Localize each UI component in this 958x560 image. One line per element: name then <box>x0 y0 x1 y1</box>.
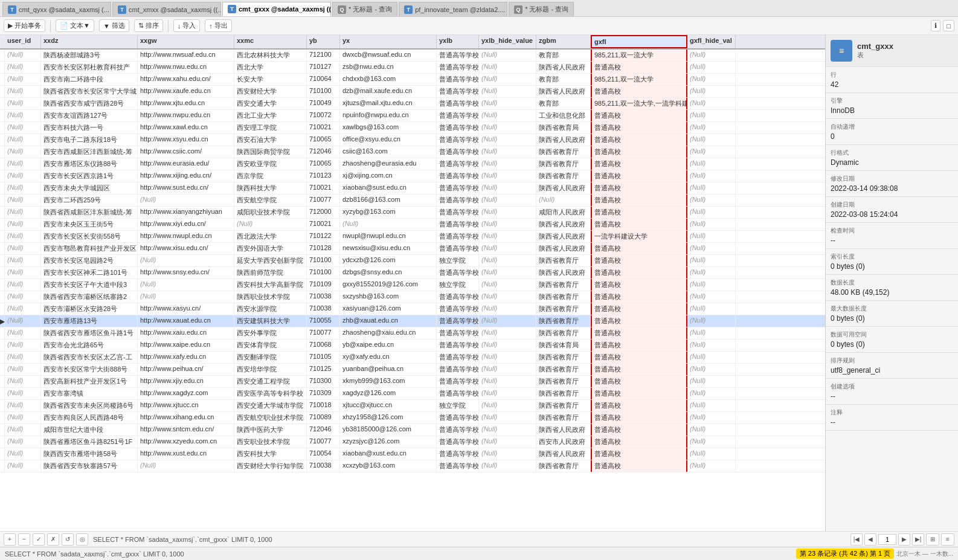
cell-11-yxlb[interactable]: 普通高等学校 <box>437 182 479 194</box>
cell-12-xxdz[interactable]: 西安市二环西259号 <box>41 195 138 206</box>
table-row[interactable]: (Null)陕西省西安市长安区太乙宫-工http://www.xafy.edu.… <box>0 352 825 364</box>
cell-8-yx[interactable]: csiic@163.com <box>340 146 437 158</box>
cell-20-zgbm[interactable]: 陕西省教育厅 <box>536 291 591 303</box>
cell-10-yx[interactable]: xj@xijing.com.cn <box>340 170 437 182</box>
table-area[interactable]: user_idxxdzxxgwxxmcybyxyxlbyxlb_hide_val… <box>0 35 825 531</box>
table-row[interactable]: ▶(Null)西安市雁塔路13号http://www.xauat.edu.cn西… <box>0 315 825 327</box>
cell-19-zgbm[interactable]: 陕西省教育厅 <box>536 279 591 291</box>
cell-11-xxmc[interactable]: 陕西科技大学 <box>234 182 307 194</box>
cell-2-gxfl_hide_val[interactable]: (Null) <box>687 74 736 85</box>
cell-31-yxlb_hide_value[interactable]: (Null) <box>479 424 536 436</box>
cell-7-gxfl[interactable]: 普通高校 <box>591 134 687 146</box>
cell-5-gxfl[interactable]: 普通高校 <box>591 110 687 121</box>
cell-12-gxfl[interactable]: 普通高校 <box>591 195 687 206</box>
cell-30-yx[interactable]: xhzy1958@126.com <box>340 412 437 423</box>
cell-19-user_id[interactable]: (Null) <box>5 279 41 291</box>
cell-9-zgbm[interactable]: 陕西省教育厅 <box>536 158 591 170</box>
more-button[interactable]: ◎ <box>76 533 88 546</box>
cell-16-yxlb_hide_value[interactable]: (Null) <box>479 243 536 254</box>
cell-29-gxfl_hide_val[interactable]: (Null) <box>687 400 736 411</box>
cell-17-yxlb_hide_value[interactable]: (Null) <box>479 255 536 266</box>
cell-4-yx[interactable]: xjtuzs@mail.xjtu.edu.cn <box>340 98 437 109</box>
cell-27-xxgw[interactable]: http://www.xjiy.edu.cn <box>138 376 234 387</box>
cell-16-zgbm[interactable]: 陕西省人民政府 <box>536 243 591 254</box>
cell-30-yxlb_hide_value[interactable]: (Null) <box>479 412 536 423</box>
cell-14-yx[interactable]: (Null) <box>340 219 437 230</box>
cell-10-xxgw[interactable]: http://www.xijing.edu.cn/ <box>138 170 234 182</box>
cell-22-zgbm[interactable]: 陕西省教育厅 <box>536 315 591 327</box>
cell-29-xxdz[interactable]: 陕西省西安市未央区尚稷路6号 <box>41 400 138 411</box>
table-row[interactable]: (Null)西安市西咸新区沣西新城统-筹http://www.csiic.com… <box>0 146 825 158</box>
cell-30-user_id[interactable]: (Null) <box>5 412 41 423</box>
cell-4-gxfl_hide_val[interactable]: (Null) <box>687 98 736 109</box>
cell-33-yb[interactable]: 710054 <box>307 448 340 460</box>
cell-22-yxlb_hide_value[interactable]: (Null) <box>479 315 536 327</box>
table-row[interactable]: (Null)西安市友谊西路127号http://www.nwpu.edu.cn西… <box>0 110 825 122</box>
cell-21-yx[interactable]: xasiyuan@126.com <box>340 303 437 315</box>
cell-15-gxfl_hide_val[interactable]: (Null) <box>687 231 736 242</box>
table-row[interactable]: (Null)西安市雁塔区东仪路88号http://www.eurasia.edu… <box>0 158 825 170</box>
cell-18-user_id[interactable]: (Null) <box>5 267 41 278</box>
cell-31-gxfl[interactable]: 普通高校 <box>591 424 687 436</box>
import-button[interactable]: ↓ 导入 <box>173 19 201 32</box>
cell-32-yx[interactable]: xzyzsjyc@126.com <box>340 436 437 448</box>
cell-24-gxfl_hide_val[interactable]: (Null) <box>687 340 736 351</box>
cell-12-user_id[interactable]: (Null) <box>5 195 41 206</box>
cell-20-xxmc[interactable]: 陕西职业技术学院 <box>234 291 307 303</box>
cell-13-zgbm[interactable]: 咸阳市人民政府 <box>536 207 591 218</box>
cell-33-xxdz[interactable]: 陕西西安市雁塔中路58号 <box>41 448 138 460</box>
cell-27-xxmc[interactable]: 西安交通工程学院 <box>234 376 307 387</box>
table-row[interactable]: (Null)西安市电子二路东段18号http://www.xsyu.edu.cn… <box>0 134 825 146</box>
cell-9-yx[interactable]: zhaosheng@eurasia.edu <box>340 158 437 170</box>
table-row[interactable]: (Null)西安市寨湾镇http://www.xagdyz.com西安医学高等专… <box>0 388 825 400</box>
cell-34-yxlb_hide_value[interactable]: (Null) <box>479 460 536 472</box>
cell-9-gxfl[interactable]: 普通高校 <box>591 158 687 170</box>
cell-7-yx[interactable]: office@xsyu.edu.cn <box>340 134 437 146</box>
table-row[interactable]: (Null)咸阳市世纪大道中段http://www.sntcm.edu.cn/陕… <box>0 424 825 436</box>
cell-5-zgbm[interactable]: 工业和信息化部 <box>536 110 591 121</box>
cell-14-yb[interactable]: 710021 <box>307 219 340 230</box>
cell-6-gxfl[interactable]: 普通高校 <box>591 122 687 134</box>
cell-24-yxlb[interactable]: 普通高等学校 <box>437 340 479 351</box>
cell-22-xxgw[interactable]: http://www.xauat.edu.cn <box>138 315 234 327</box>
cell-17-xxgw[interactable]: (Null) <box>138 255 234 266</box>
cell-8-xxdz[interactable]: 西安市西咸新区沣西新城统-筹 <box>41 146 138 158</box>
table-row[interactable]: (Null)西安市未央区玉王街5号http://www.xiyi.edu.cn/… <box>0 219 825 231</box>
cell-25-xxdz[interactable]: 陕西省西安市长安区太乙宫-工 <box>41 352 138 363</box>
table-row[interactable]: (Null)西安市长安区皂园路2号(Null)延安大学西安创新学院710100y… <box>0 255 825 267</box>
cell-32-xxdz[interactable]: 陕西省雁塔区鱼斗路8251号1F <box>41 436 138 448</box>
cell-10-yb[interactable]: 710123 <box>307 170 340 182</box>
maximize-button[interactable]: □ <box>943 20 954 31</box>
cell-7-zgbm[interactable]: 陕西省人民政府 <box>536 134 591 146</box>
cell-34-yb[interactable]: 710038 <box>307 460 340 472</box>
cell-13-yx[interactable]: xyzybg@163.com <box>340 207 437 218</box>
cell-14-zgbm[interactable]: 陕西省人民政府 <box>536 219 591 230</box>
cell-0-yx[interactable]: dwxcb@nwsuaf.edu.cn <box>340 50 437 61</box>
cell-22-gxfl_hide_val[interactable]: (Null) <box>687 315 736 327</box>
cell-13-yxlb[interactable]: 普通高等学校 <box>437 207 479 218</box>
cell-16-yx[interactable]: newsxisu@xisu.edu.cn <box>340 243 437 254</box>
cell-4-gxfl[interactable]: 985,211,双一流大学,一流学科建设大学 <box>591 98 687 109</box>
cell-34-user_id[interactable]: (Null) <box>5 460 41 472</box>
table-row[interactable]: (Null)西安市阎良区人民西路48号http://www.xihang.edu… <box>0 412 825 424</box>
cell-20-xxgw[interactable]: (Null) <box>138 291 234 303</box>
cell-31-zgbm[interactable]: 陕西省人民政府 <box>536 424 591 436</box>
table-row[interactable]: (Null)陕西省西安市长安区常宁大学城http://www.xaufe.edu… <box>0 86 825 98</box>
cell-4-xxmc[interactable]: 西安交通大学 <box>234 98 307 109</box>
cell-21-yxlb[interactable]: 普通高等学校 <box>437 303 479 315</box>
cell-34-yx[interactable]: xcxzyb@163.com <box>340 460 437 472</box>
cell-5-xxgw[interactable]: http://www.nwpu.edu.cn <box>138 110 234 121</box>
cell-14-xxdz[interactable]: 西安市未央区玉王街5号 <box>41 219 138 230</box>
cell-18-yb[interactable]: 710100 <box>307 267 340 278</box>
cell-20-gxfl[interactable]: 普通高校 <box>591 291 687 303</box>
cell-17-xxmc[interactable]: 延安大学西安创新学院 <box>234 255 307 266</box>
cell-24-xxgw[interactable]: http://www.xaipe.edu.cn <box>138 340 234 351</box>
filter-button[interactable]: ▼ 筛选 <box>99 19 129 32</box>
cell-21-xxdz[interactable]: 西安市灞桥区水安路28号 <box>41 303 138 315</box>
cell-20-xxdz[interactable]: 陕西省西安市灞桥区纸寨路2 <box>41 291 138 303</box>
table-row[interactable]: (Null)西安市长安区常宁大街888号http://www.peihua.cn… <box>0 364 825 376</box>
cell-22-user_id[interactable]: (Null) <box>5 315 41 327</box>
cell-31-user_id[interactable]: (Null) <box>5 424 41 436</box>
cell-23-xxmc[interactable]: 西安外事学院 <box>234 327 307 339</box>
cell-6-yb[interactable]: 710021 <box>307 122 340 134</box>
